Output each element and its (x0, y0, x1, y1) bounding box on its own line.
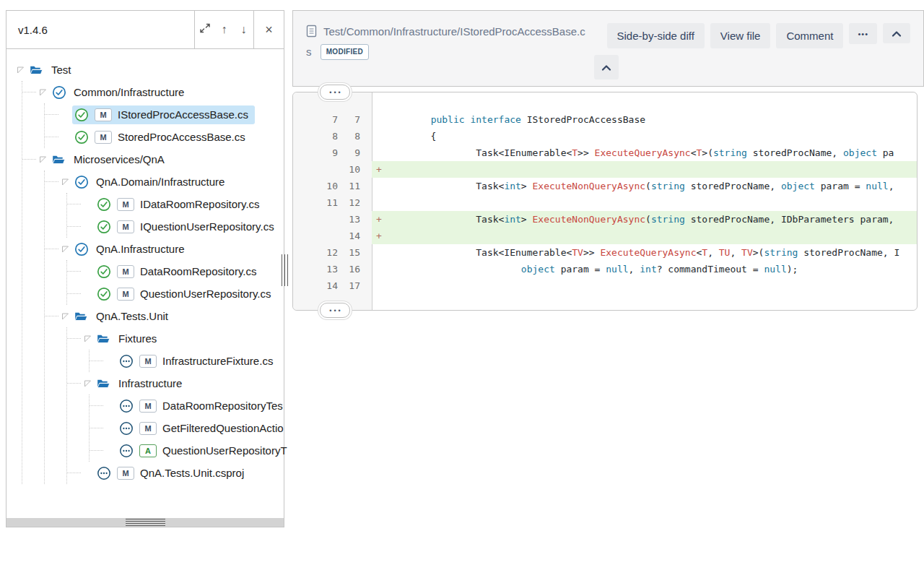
next-file-button[interactable]: ↓ (234, 11, 253, 48)
diff-row: 13+ Task<int> ExecuteNonQueryAsync(strin… (293, 211, 917, 228)
line-number-new[interactable]: 17 (342, 277, 372, 294)
tree-node-label: DataRoomRepository.cs (140, 265, 256, 277)
tree-node-microservices-qna[interactable]: Microservices/QnA (39, 148, 284, 171)
change-type-badge: M (117, 288, 134, 301)
file-tree-header: v1.4.6 ↑ ↓ × (6, 11, 284, 49)
tree-node-body: QnA.Domain/Infrastructure (72, 173, 231, 191)
line-number-new[interactable]: 8 (342, 128, 372, 144)
code-line: Task<int> ExecuteNonQueryAsync(string st… (372, 178, 917, 194)
tree-node-common-infrastructure[interactable]: Common/Infrastructure (39, 81, 284, 103)
tree-node-qna-tests-unit-csproj[interactable]: MQnA.Tests.Unit.csproj (84, 462, 284, 484)
change-type-badge: A (139, 444, 157, 457)
tree-node-qna-domain-infrastructure[interactable]: QnA.Domain/Infrastructure (61, 171, 284, 193)
side-by-side-diff-button[interactable]: Side-by-side diff (607, 23, 705, 48)
expand-lines-above-button[interactable]: ••• (320, 85, 350, 100)
expand-lines-below-button[interactable]: ••• (320, 303, 350, 318)
line-number-old[interactable] (293, 211, 342, 228)
expand-panel-button[interactable] (195, 11, 214, 48)
folder-open-icon (74, 311, 90, 322)
panel-resize-bar[interactable] (6, 518, 284, 527)
sidebar-resize-handle[interactable] (282, 254, 289, 286)
line-number-new[interactable]: 11 (342, 178, 372, 194)
horizontal-grip-icon (126, 519, 165, 527)
collapse-file-button[interactable] (883, 23, 910, 43)
tree-node-qna-tests-unit[interactable]: QnA.Tests.Unit (61, 305, 284, 327)
line-number-new[interactable]: 14 (342, 228, 372, 244)
tree-node-label: QnA.Tests.Unit (96, 310, 168, 322)
view-file-button[interactable]: View file (710, 23, 771, 48)
chevron-up-icon (601, 62, 611, 73)
folder-open-icon (97, 333, 113, 345)
diff-marker: + (376, 211, 385, 228)
tree-node-body: MStoredProcAccessBase.cs (72, 128, 252, 147)
line-number-old[interactable]: 13 (293, 261, 342, 277)
tree-node-idataroomrepository-cs[interactable]: MIDataRoomRepository.cs (84, 193, 284, 215)
tree-node-questionuserrepository-cs[interactable]: MQuestionUserRepository.cs (84, 282, 284, 305)
change-type-badge: M (95, 131, 112, 144)
tree-node-label: QuestionUserRepository.cs (140, 288, 271, 300)
tree-node-dataroomrepositorytes[interactable]: MDataRoomRepositoryTes (106, 394, 284, 417)
tree-node-infrastructurefixture-cs[interactable]: MInfrastructureFixture.cs (106, 350, 284, 372)
tree-node-test[interactable]: Test (17, 59, 284, 81)
tree-node-body: MIStoredProcAccessBase.cs (72, 105, 255, 124)
tree-node-body: MDataRoomRepository.cs (95, 262, 263, 281)
tree-node-body: MInfrastructureFixture.cs (117, 352, 279, 371)
line-number-new[interactable]: 7 (342, 111, 372, 128)
line-number-new[interactable]: 16 (342, 261, 372, 277)
comment-button[interactable]: Comment (776, 23, 843, 48)
more-options-button[interactable]: ••• (849, 23, 877, 44)
line-number-old[interactable]: 11 (293, 194, 342, 211)
line-number-old[interactable]: 8 (293, 128, 342, 144)
tree-node-body: MQnA.Tests.Unit.csproj (95, 464, 250, 483)
change-type-badge: M (117, 467, 134, 480)
line-number-old[interactable]: 9 (293, 144, 342, 161)
line-number-old[interactable]: 7 (293, 111, 342, 128)
tree-node-storedprocaccessbase-cs[interactable]: MStoredProcAccessBase.cs (61, 126, 284, 148)
close-panel-button[interactable]: × (253, 11, 284, 48)
tree-node-questionuserrepositoryt[interactable]: AQuestionUserRepositoryT (106, 439, 284, 462)
line-number-new[interactable]: 15 (342, 244, 372, 261)
file-info: Test/Common/Infrastructure/IStoredProcAc… (306, 23, 589, 61)
chevron-up-icon (892, 27, 902, 39)
tree-node-body: MGetFilteredQuestionActio (117, 419, 290, 438)
line-number-new[interactable]: 12 (342, 194, 372, 211)
tree-node-body: MIDataRoomRepository.cs (95, 195, 266, 214)
tree-node-label: QnA.Infrastructure (96, 243, 185, 255)
code-line (372, 194, 917, 211)
previous-file-button[interactable]: ↑ (214, 11, 234, 48)
line-number-old[interactable] (293, 228, 342, 244)
line-number-new[interactable]: 9 (342, 144, 372, 161)
change-type-badge: M (139, 355, 157, 368)
tree-node-qna-infrastructure[interactable]: QnA.Infrastructure (61, 238, 284, 260)
diff-body: 77 public interface IStoredProcAccessBas… (293, 92, 917, 310)
tree-node-istoredprocaccessbase-cs[interactable]: MIStoredProcAccessBase.cs (61, 103, 284, 126)
tree-node-body: QnA.Tests.Unit (72, 308, 175, 324)
code-line: + (372, 228, 917, 244)
tree-node-dataroomrepository-cs[interactable]: MDataRoomRepository.cs (84, 260, 284, 282)
tree-node-body: MQuestionUserRepository.cs (95, 285, 277, 303)
diff-row: 14+ (293, 228, 917, 244)
check-green-icon (97, 197, 113, 212)
diff-toolbar: Side-by-side diff View file Comment ••• (607, 23, 910, 48)
line-number-old[interactable]: 14 (293, 277, 342, 294)
diff-marker: + (376, 161, 385, 178)
tree-nav-group: ↑ ↓ (194, 11, 253, 48)
line-number-old[interactable]: 12 (293, 244, 342, 261)
line-number-new[interactable]: 13 (342, 211, 372, 228)
tree-node-getfilteredquestionactio[interactable]: MGetFilteredQuestionActio (106, 417, 284, 439)
tree-node-label: Common/Infrastructure (74, 86, 184, 98)
diff-row: 77 public interface IStoredProcAccessBas… (293, 111, 917, 128)
tree-node-body: MDataRoomRepositoryTes (117, 397, 289, 415)
tree-node-infrastructure[interactable]: Infrastructure (84, 372, 284, 394)
collapse-section-button[interactable] (594, 55, 619, 79)
tree-node-body: QnA.Infrastructure (72, 240, 191, 259)
line-number-old[interactable] (293, 161, 342, 178)
line-number-new[interactable]: 10 (342, 161, 372, 178)
tree-node-fixtures[interactable]: Fixtures (84, 327, 284, 350)
line-number-old[interactable]: 10 (293, 178, 342, 194)
change-type-badge: M (117, 265, 134, 278)
tree-node-iquestionuserrepository-cs[interactable]: MIQuestionUserRepository.cs (84, 215, 284, 238)
modified-badge: MODIFIED (321, 44, 369, 61)
tree-node-label: IDataRoomRepository.cs (140, 198, 260, 210)
dots-icon (119, 444, 135, 458)
